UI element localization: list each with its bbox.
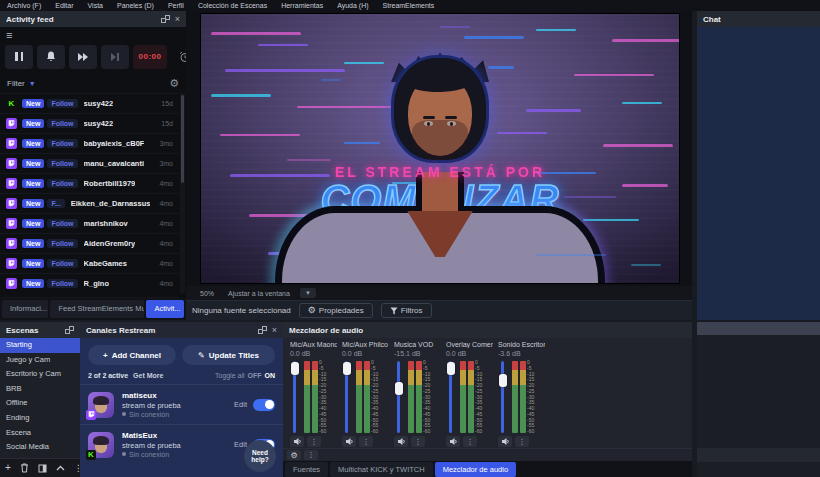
menu-item-streamelements[interactable]: StreamElements: [376, 2, 442, 9]
channel-options-button[interactable]: ⋮: [359, 436, 373, 447]
activity-event-row[interactable]: NewFollowR_gino4mo: [0, 273, 179, 293]
mixer-header[interactable]: Mezclador de audio: [283, 322, 692, 338]
menu-item-archivo-f[interactable]: Archivo (F): [0, 2, 48, 9]
skip-to-end-button[interactable]: [101, 45, 129, 69]
volume-slider-knob[interactable]: [499, 374, 507, 387]
twitch-icon: [6, 278, 17, 289]
scene-filters-button[interactable]: [38, 464, 47, 473]
scene-item-starting[interactable]: Starting: [0, 338, 80, 353]
mute-button[interactable]: [290, 436, 304, 447]
chat-scrollbar[interactable]: [697, 322, 820, 335]
volume-slider-track[interactable]: [397, 361, 400, 433]
vertical-scrollbar[interactable]: [180, 93, 185, 293]
scene-item-escritorio-y-cam[interactable]: Escritorio y Cam: [0, 367, 80, 382]
filters-button[interactable]: Filtros: [381, 303, 432, 318]
toggle-all-off[interactable]: OFF: [248, 372, 262, 379]
volume-slider-knob[interactable]: [343, 362, 351, 375]
channel-options-button[interactable]: ⋮: [307, 436, 321, 447]
menu-item-paneles-d[interactable]: Paneles (D): [110, 2, 161, 9]
mute-button[interactable]: [498, 436, 512, 447]
pause-button[interactable]: [5, 45, 33, 69]
toggle-all-on[interactable]: ON: [265, 372, 276, 379]
fit-window-label[interactable]: Ajustar a la ventana: [228, 290, 290, 297]
chat-header[interactable]: Chat: [697, 11, 820, 27]
menu-item-colecci-n-de-escenas[interactable]: Colección de Escenas: [191, 2, 274, 9]
chevron-down-icon[interactable]: ▼: [29, 80, 36, 87]
move-scene-up-button[interactable]: [56, 465, 65, 471]
activity-event-row[interactable]: NewFollowmarishnikov4mo: [0, 213, 179, 233]
activity-event-row[interactable]: KNewFollowsusy42215d: [0, 93, 179, 113]
scene-item-ending[interactable]: Ending: [0, 411, 80, 426]
close-icon[interactable]: ×: [272, 326, 277, 334]
scene-item-escena[interactable]: Escena: [0, 426, 80, 441]
activity-event-row[interactable]: NewFollowbabyalexis_cB0F3mo: [0, 133, 179, 153]
activity-event-row[interactable]: NewFollowAidenGrem0ry4mo: [0, 233, 179, 253]
scenes-header[interactable]: Escenas: [0, 322, 80, 338]
menu-item-perfil[interactable]: Perfil: [161, 2, 191, 9]
menu-item-vista[interactable]: Vista: [81, 2, 110, 9]
scene-item-offline[interactable]: Offline: [0, 396, 80, 411]
event-username: KabeGames: [84, 259, 127, 268]
activity-event-row[interactable]: NewFollowmanu_cavalcanti3mo: [0, 153, 179, 173]
channel-options-button[interactable]: ⋮: [463, 436, 477, 447]
popout-dock-icon[interactable]: [258, 326, 267, 334]
preview-canvas[interactable]: COMENZAR EL STREAM ESTÁ POR: [200, 13, 680, 284]
filter-icon: [390, 307, 398, 315]
mixer-more-button[interactable]: ⋮: [304, 450, 318, 460]
zoom-dropdown[interactable]: ▼: [300, 288, 316, 298]
volume-slider-knob[interactable]: [447, 362, 455, 375]
restream-header[interactable]: Canales Restream ×: [80, 322, 283, 338]
scene-item-social-media[interactable]: Social Media: [0, 440, 80, 455]
volume-slider-knob[interactable]: [395, 382, 403, 395]
scene-item-brb[interactable]: BRB: [0, 382, 80, 397]
advanced-audio-button[interactable]: ⚙: [287, 450, 301, 460]
channel-options-button[interactable]: ⋮: [515, 436, 529, 447]
remove-scene-button[interactable]: [20, 463, 29, 473]
activity-event-row[interactable]: NewFollowsusy42215d: [0, 113, 179, 133]
left-dock-tab-0[interactable]: Informaci...: [2, 300, 48, 318]
volume-slider-track[interactable]: [501, 361, 504, 433]
preview-zoom-bar: 50% Ajustar a la ventana ▼: [186, 286, 692, 300]
close-icon[interactable]: ×: [175, 15, 180, 23]
replay-timer-button[interactable]: 00:00: [133, 45, 167, 69]
chat-body[interactable]: [697, 27, 820, 320]
twitch-icon: [6, 178, 17, 189]
db-scale-tick: -5: [475, 366, 482, 371]
activity-event-row[interactable]: NewF...Eikken_de_Darnassus4mo: [0, 193, 179, 213]
gear-icon[interactable]: ⚙: [169, 78, 179, 89]
hamburger-menu-icon[interactable]: ≡: [6, 30, 12, 41]
need-help-button[interactable]: Need help?: [244, 440, 276, 472]
source-toolbar: Ninguna fuente seleccionad ⚙ Propiedades…: [186, 300, 692, 320]
mute-button[interactable]: [394, 436, 408, 447]
add-scene-button[interactable]: +: [5, 463, 11, 473]
zoom-level[interactable]: 50%: [200, 290, 214, 297]
scene-item-juego-y-cam[interactable]: Juego y Cam: [0, 353, 80, 368]
bottom-dock-tab-2[interactable]: Mezclador de audio: [435, 462, 516, 477]
left-dock-tab-1[interactable]: Feed StreamElements Mul...: [50, 300, 144, 318]
mute-button[interactable]: [446, 436, 460, 447]
activity-event-row[interactable]: NewFollowRobertbill19794mo: [0, 173, 179, 193]
bell-button[interactable]: [37, 45, 65, 69]
edit-link[interactable]: Edit: [234, 400, 247, 409]
popout-dock-icon[interactable]: [65, 326, 74, 334]
filter-label[interactable]: Filter: [7, 79, 25, 88]
popout-dock-icon[interactable]: [161, 15, 170, 23]
menu-item-editar[interactable]: Editar: [48, 2, 80, 9]
menu-item-ayuda-h[interactable]: Ayuda (H): [330, 2, 375, 9]
volume-slider-knob[interactable]: [291, 362, 299, 375]
restream-channel-row[interactable]: matiseuxstream de pruebaSin conexiónEdit: [80, 384, 283, 424]
properties-button[interactable]: ⚙ Propiedades: [299, 303, 373, 318]
get-more-link[interactable]: Get More: [133, 372, 163, 379]
channel-options-button[interactable]: ⋮: [411, 436, 425, 447]
activity-event-row[interactable]: NewFollowKabeGames4mo: [0, 253, 179, 273]
menu-item-herramientas[interactable]: Herramientas: [274, 2, 330, 9]
update-titles-button[interactable]: ✎ Update Titles: [182, 345, 275, 365]
mute-button[interactable]: [342, 436, 356, 447]
activity-feed-header[interactable]: Activity feed ×: [0, 11, 186, 27]
left-dock-tab-2[interactable]: Activit...: [146, 300, 184, 318]
bottom-dock-tab-0[interactable]: Fuentes: [285, 462, 328, 477]
channel-toggle[interactable]: [253, 399, 275, 411]
bottom-dock-tab-1[interactable]: Multichat KICK y TWITCH: [330, 462, 433, 477]
add-channel-button[interactable]: + Add Channel: [88, 345, 176, 365]
skip-forward-button[interactable]: [69, 45, 97, 69]
